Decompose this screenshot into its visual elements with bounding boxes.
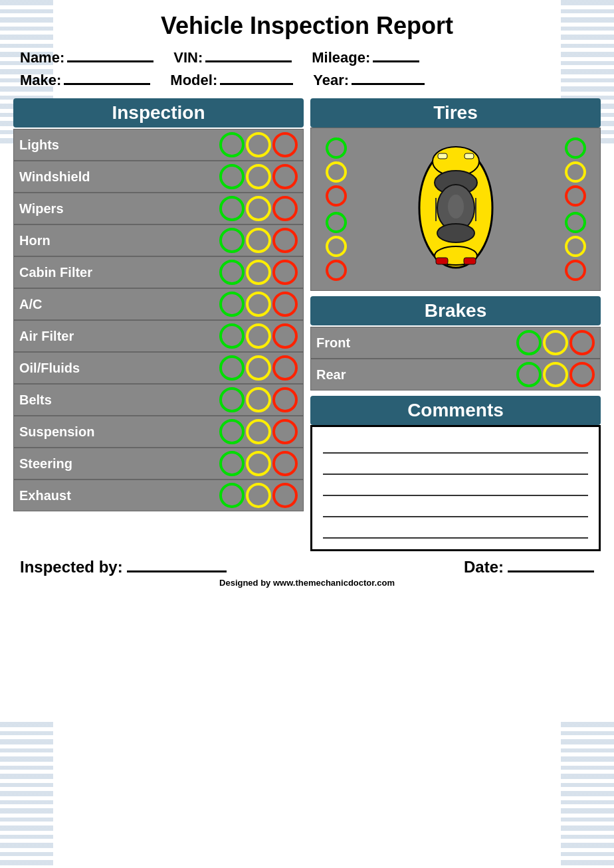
circle-red: [272, 355, 298, 381]
circle-red: [272, 323, 298, 349]
item-circles: [219, 323, 298, 349]
year-field: [352, 70, 425, 85]
item-label: Suspension: [19, 424, 94, 440]
inspection-item: Wipers: [13, 193, 304, 224]
circle-green: [516, 362, 542, 387]
designed-by: Designed by www.themechanicdoctor.com: [13, 578, 601, 593]
brakes-section: Brakes FrontRear: [310, 296, 601, 391]
inspection-header: Inspection: [13, 98, 304, 128]
comment-line-2: [323, 459, 588, 475]
circle-green: [219, 323, 245, 349]
circle-green: [219, 196, 245, 221]
circle-red: [569, 330, 595, 355]
brake-label: Front: [316, 335, 350, 351]
circle-yellow: [246, 419, 271, 444]
tire-fr-1: [565, 137, 586, 159]
main-grid: Inspection LightsWindshieldWipersHornCab…: [13, 98, 601, 551]
front-left-tires: [318, 137, 354, 207]
item-label: Belts: [19, 392, 52, 408]
inspection-item: Air Filter: [13, 320, 304, 352]
item-circles: [219, 196, 298, 221]
tire-rr-3: [565, 260, 586, 281]
inspector-name-field: [127, 558, 227, 572]
inspection-section: Inspection LightsWindshieldWipersHornCab…: [13, 98, 304, 511]
inspection-item: Suspension: [13, 416, 304, 448]
circle-red: [272, 164, 298, 189]
item-label: Steering: [19, 456, 72, 472]
inspection-item: Steering: [13, 448, 304, 479]
vin-label: VIN:: [173, 49, 203, 66]
circle-yellow: [246, 132, 271, 157]
circle-green: [219, 292, 245, 317]
tire-rl-2: [326, 236, 347, 257]
tires-header: Tires: [310, 98, 601, 128]
tires-section: Tires: [310, 98, 601, 291]
circle-red: [272, 419, 298, 444]
item-label: Windshield: [19, 169, 90, 185]
circle-yellow: [246, 196, 271, 221]
circle-red: [272, 132, 298, 157]
mileage-label: Mileage:: [312, 49, 370, 66]
circle-red: [272, 196, 298, 221]
comment-line-1: [323, 438, 588, 454]
circle-green: [219, 132, 245, 157]
tire-fl-3: [326, 185, 347, 207]
inspection-item: A/C: [13, 288, 304, 320]
circle-red: [569, 362, 595, 387]
item-label: Air Filter: [19, 329, 74, 344]
page-title: Vehicle Inspection Report: [13, 12, 601, 40]
item-circles: [219, 387, 298, 412]
svg-rect-8: [438, 153, 447, 159]
date-label: Date:: [464, 558, 504, 576]
circle-yellow: [543, 330, 568, 355]
tire-fr-2: [565, 161, 586, 183]
circle-yellow: [246, 387, 271, 412]
item-label: A/C: [19, 297, 42, 312]
tire-rr-1: [565, 212, 586, 233]
comment-line-4: [323, 501, 588, 517]
circle-red: [272, 483, 298, 508]
brake-circles: [516, 330, 595, 355]
brake-item: Front: [310, 327, 601, 359]
circle-red: [272, 292, 298, 317]
inspection-item: Belts: [13, 384, 304, 416]
circle-green: [219, 228, 245, 253]
item-circles: [219, 419, 298, 444]
item-label: Cabin Filter: [19, 265, 92, 280]
tire-rl-3: [326, 260, 347, 281]
rear-left-tires: [318, 212, 354, 281]
tire-diagram: [310, 128, 601, 291]
tire-fl-2: [326, 161, 347, 183]
model-field: [220, 70, 293, 85]
circle-red: [272, 451, 298, 476]
circle-yellow: [246, 483, 271, 508]
car-svg: [399, 135, 512, 281]
date-field: [508, 558, 594, 572]
vehicle-info: Name: VIN: Mileage: Make: Model: Ye: [13, 48, 601, 89]
svg-point-4: [437, 224, 474, 242]
item-circles: [219, 228, 298, 253]
item-circles: [219, 164, 298, 189]
vin-field: [205, 48, 292, 62]
comments-box[interactable]: [310, 425, 601, 551]
item-label: Oil/Fluids: [19, 361, 80, 376]
item-circles: [219, 292, 298, 317]
circle-green: [219, 260, 245, 285]
tire-fl-1: [326, 137, 347, 159]
tire-fr-3: [565, 185, 586, 207]
circle-green: [219, 355, 245, 381]
comments-section: Comments: [310, 396, 601, 551]
comment-line-3: [323, 480, 588, 496]
brake-item: Rear: [310, 359, 601, 391]
circle-red: [272, 387, 298, 412]
name-label: Name:: [20, 49, 64, 66]
circle-red: [272, 228, 298, 253]
circle-green: [219, 419, 245, 444]
rear-right-tires: [557, 212, 593, 281]
inspection-item: Windshield: [13, 161, 304, 193]
front-right-tires: [557, 137, 593, 207]
mileage-field: [373, 48, 419, 62]
item-circles: [219, 260, 298, 285]
right-col: Tires: [310, 98, 601, 551]
inspection-item: Cabin Filter: [13, 256, 304, 288]
